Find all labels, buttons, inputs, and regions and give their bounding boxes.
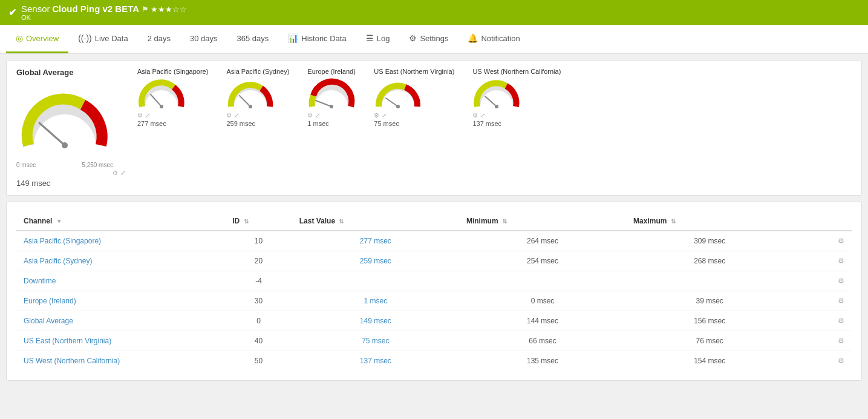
min-sort-icon[interactable]: ⇅ <box>502 218 507 225</box>
channel-header-label: Channel <box>24 217 52 225</box>
nav-historic-label: Historic Data <box>301 34 346 43</box>
cell-max-4: 156 msec <box>626 311 793 331</box>
sensor-label: Sensor <box>21 4 50 14</box>
star-rating[interactable]: ★★★☆☆ <box>151 5 187 14</box>
table-body: Asia Pacific (Singapore) 10 277 msec 264… <box>16 231 852 371</box>
svg-line-0 <box>39 123 65 145</box>
cell-min-4: 144 msec <box>459 311 626 331</box>
cell-id-6: 50 <box>225 351 292 371</box>
gauge-ireland-resize[interactable]: ⤢ <box>315 112 320 119</box>
nav-historic[interactable]: 📊 Historic Data <box>278 25 356 53</box>
gauge-sydney-visual <box>226 78 275 111</box>
cell-action-4[interactable]: ⚙ <box>793 311 852 331</box>
cell-id-3: 30 <box>225 291 292 311</box>
cell-channel-6[interactable]: US West (Northern California) <box>16 351 225 371</box>
cell-max-2 <box>626 271 793 291</box>
nav-30days[interactable]: 30 days <box>180 25 227 53</box>
data-table-card: Channel ▼ ID ⇅ Last Value ⇅ Minimum ⇅ <box>6 202 862 381</box>
gauge-us-west-resize[interactable]: ⤢ <box>480 112 485 119</box>
status-check-icon: ✔ <box>8 7 16 18</box>
gauge-us-east-settings[interactable]: ⚙ <box>374 112 379 119</box>
col-header-channel[interactable]: Channel ▼ <box>16 212 225 231</box>
cell-action-0[interactable]: ⚙ <box>793 231 852 251</box>
svg-point-7 <box>330 105 333 108</box>
flag-icon[interactable]: ⚑ <box>142 5 149 14</box>
id-header-label: ID <box>232 217 240 225</box>
small-gauges-container: Asia Pacific (Singapore) ⚙ ⤢ <box>137 68 561 127</box>
cell-action-1[interactable]: ⚙ <box>793 251 852 271</box>
cell-max-0: 309 msec <box>626 231 793 251</box>
gauge-settings-icon[interactable]: ⚙ <box>113 170 118 176</box>
svg-line-4 <box>240 96 250 107</box>
main-nav: ◎ Overview ((·)) Live Data 2 days 30 day… <box>0 25 868 54</box>
gauge-singapore-settings[interactable]: ⚙ <box>137 112 143 119</box>
cell-lastval-0: 277 msec <box>292 231 459 251</box>
col-header-min[interactable]: Minimum ⇅ <box>459 212 626 231</box>
cell-min-5: 66 msec <box>459 331 626 351</box>
svg-point-1 <box>62 142 68 148</box>
gauge-sydney-label: Asia Pacific (Sydney) <box>226 68 289 75</box>
cell-lastval-4: 149 msec <box>292 311 459 331</box>
nav-notification[interactable]: 🔔 Notification <box>458 25 529 53</box>
nav-2days[interactable]: 2 days <box>138 25 180 53</box>
gauge-ireland: Europe (Ireland) ⚙ ⤢ <box>307 68 356 127</box>
global-avg-value: 149 msec <box>16 179 125 188</box>
gauge-singapore-label: Asia Pacific (Singapore) <box>137 68 208 75</box>
nav-2days-label: 2 days <box>148 34 171 43</box>
gauge-ireland-label: Europe (Ireland) <box>307 68 356 75</box>
nav-overview-label: Overview <box>26 34 59 43</box>
col-header-id[interactable]: ID ⇅ <box>225 212 292 231</box>
nav-log[interactable]: ☰ Log <box>356 25 400 53</box>
cell-channel-5[interactable]: US East (Northern Virginia) <box>16 331 225 351</box>
gauge-resize-icon[interactable]: ⤢ <box>120 170 125 176</box>
nav-365days-label: 365 days <box>237 34 269 43</box>
gauge-us-east-resize[interactable]: ⤢ <box>382 112 387 119</box>
cell-channel-4[interactable]: Global Average <box>16 311 225 331</box>
cell-channel-1[interactable]: Asia Pacific (Sydney) <box>16 251 225 271</box>
cell-action-2[interactable]: ⚙ <box>793 271 852 291</box>
channel-sort-icon[interactable]: ▼ <box>56 218 62 225</box>
svg-point-3 <box>160 105 163 108</box>
max-sort-icon[interactable]: ⇅ <box>671 218 676 225</box>
max-header-label: Maximum <box>633 217 667 225</box>
gauge-min-label: 0 msec <box>16 162 36 168</box>
cell-min-0: 264 msec <box>459 231 626 251</box>
gauge-ireland-value: 1 msec <box>307 120 328 127</box>
live-data-icon: ((·)) <box>78 33 92 43</box>
global-avg-section: Global Average <box>16 68 137 188</box>
gauge-us-west-visual <box>472 78 521 111</box>
gauge-us-west: US West (Northern California) ⚙ ⤢ <box>472 68 561 127</box>
nav-settings[interactable]: ⚙ Settings <box>399 25 458 53</box>
gauge-sydney: Asia Pacific (Sydney) ⚙ ⤢ <box>226 68 289 127</box>
nav-live-data-label: Live Data <box>95 34 128 43</box>
id-sort-icon[interactable]: ⇅ <box>244 218 249 225</box>
cell-action-6[interactable]: ⚙ <box>793 351 852 371</box>
nav-overview[interactable]: ◎ Overview <box>6 25 68 53</box>
gauge-singapore-visual <box>137 78 186 111</box>
cell-lastval-3: 1 msec <box>292 291 459 311</box>
cell-channel-3[interactable]: Europe (Ireland) <box>16 291 225 311</box>
gauge-us-west-value: 137 msec <box>472 120 501 127</box>
table-row: Global Average 0 149 msec 144 msec 156 m… <box>16 311 852 331</box>
cell-channel-2[interactable]: Downtime <box>16 271 225 291</box>
gauge-singapore-resize[interactable]: ⤢ <box>145 112 150 119</box>
cell-min-6: 135 msec <box>459 351 626 371</box>
cell-lastval-1: 259 msec <box>292 251 459 271</box>
lastval-sort-icon[interactable]: ⇅ <box>339 218 344 225</box>
table-row: US West (Northern California) 50 137 mse… <box>16 351 852 371</box>
col-header-max[interactable]: Maximum ⇅ <box>626 212 793 231</box>
gauge-sydney-resize[interactable]: ⤢ <box>234 112 239 119</box>
cell-id-2: -4 <box>225 271 292 291</box>
gauge-sydney-settings[interactable]: ⚙ <box>226 112 232 119</box>
cell-action-5[interactable]: ⚙ <box>793 331 852 351</box>
nav-live-data[interactable]: ((·)) Live Data <box>68 25 137 53</box>
cell-action-3[interactable]: ⚙ <box>793 291 852 311</box>
col-header-lastval[interactable]: Last Value ⇅ <box>292 212 459 231</box>
col-header-action <box>793 212 852 231</box>
gauge-ireland-settings[interactable]: ⚙ <box>307 112 313 119</box>
cell-max-6: 154 msec <box>626 351 793 371</box>
nav-365days[interactable]: 365 days <box>227 25 279 53</box>
gauge-us-west-settings[interactable]: ⚙ <box>472 112 478 119</box>
gauge-us-east-value: 75 msec <box>374 120 399 127</box>
cell-channel-0[interactable]: Asia Pacific (Singapore) <box>16 231 225 251</box>
